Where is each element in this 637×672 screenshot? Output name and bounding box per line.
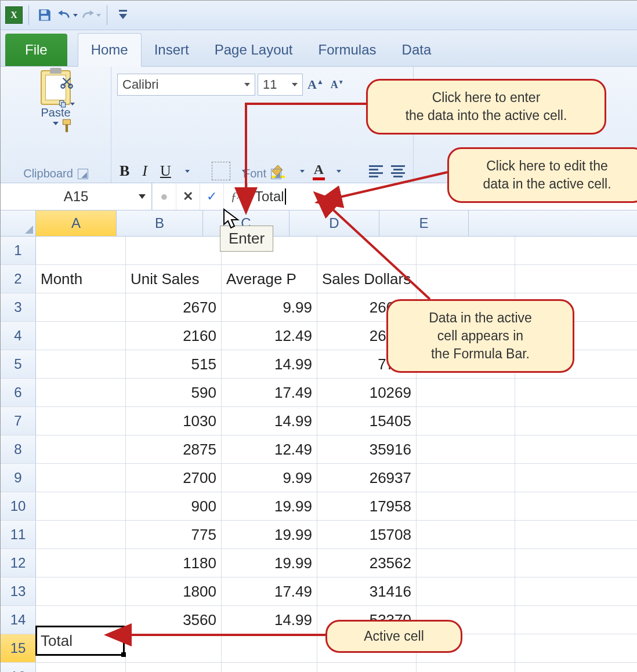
callout-edit: Click here to edit the data in the activ… [447,147,637,203]
callout-formula-bar: Data in the active cell appears in the F… [386,299,574,373]
excel-window: X File Home Insert Page Layout Formulas … [0,0,637,672]
svg-line-15 [337,172,447,198]
callout-enter: Click here to enter the data into the ac… [366,79,606,135]
callout-active-cell: Active cell [325,620,462,653]
svg-line-16 [330,207,430,299]
